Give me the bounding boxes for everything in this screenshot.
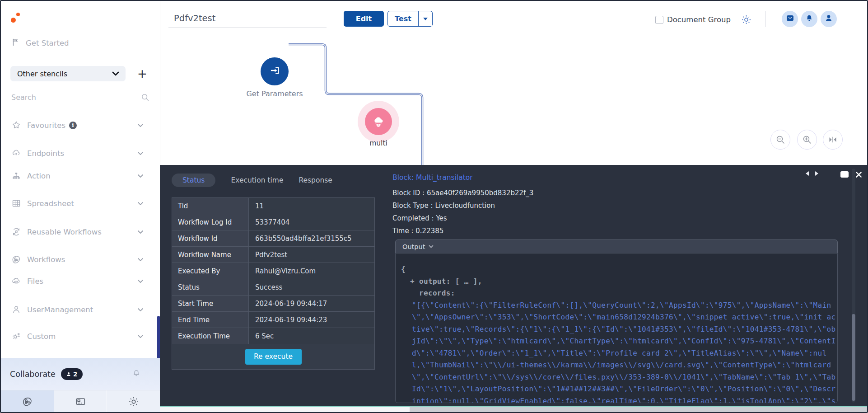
tab-cards[interactable] — [54, 390, 107, 413]
block-title: Block: Multi_transilator — [392, 174, 473, 182]
node-label: Get Parameters — [234, 89, 315, 98]
sidebar-item-usermanagement[interactable]: UserManagement — [11, 302, 150, 317]
json-string-line: jId\":\"\",\"Type\":\"htmlcard\",\"Chart… — [412, 335, 837, 347]
zoom-in-button[interactable] — [797, 130, 817, 150]
table-row: Executed ByRahul@Vizru.Com — [172, 263, 374, 279]
sidebar-item-reusable-workflows[interactable]: Reusable Workflows — [11, 225, 150, 239]
maximize-icon — [840, 171, 849, 178]
workflows-pick-icon — [11, 254, 21, 265]
checkered-flag-icon — [11, 38, 20, 48]
block-completed: Completed : Yes — [392, 212, 533, 225]
sidebar-item-label: Reusable Workflows — [27, 228, 102, 236]
live-cloud-icon — [370, 113, 387, 131]
chevron-down-icon — [137, 202, 144, 206]
tab-execution-time[interactable]: Execution time — [231, 176, 283, 184]
tab-workflows[interactable] — [1, 390, 54, 413]
row-label: Workflow Name — [172, 247, 249, 263]
panel-maximize-button[interactable] — [840, 171, 849, 178]
re-execute-button[interactable]: Re execute — [245, 349, 302, 365]
tab-settings[interactable] — [107, 390, 160, 413]
table-row: Tid11 — [172, 198, 374, 214]
row-value: Success — [249, 279, 374, 295]
output-dropdown[interactable]: Output — [395, 239, 838, 253]
json-string-line: \",\"AppsOwner\":\"353\",\"ShortCode\":\… — [412, 311, 837, 324]
magnifier-plus-icon — [802, 135, 812, 145]
block-id: Block ID : 65ae40f269a9950bd832b22f_3 — [392, 187, 533, 199]
chevron-down-icon — [137, 308, 144, 312]
horizontal-scrollbar — [160, 406, 868, 413]
collaborators-badge: 2 — [61, 368, 83, 380]
get-started-label: Get Started — [26, 39, 69, 47]
horizontal-scrollbar-thumb[interactable] — [160, 407, 410, 413]
sidebar-item-get-started[interactable]: Get Started — [11, 37, 69, 49]
tab-status[interactable]: Status — [172, 174, 215, 187]
node-multi[interactable] — [365, 108, 392, 135]
sidebar: Get Started Other stencils + Favouritesi… — [1, 1, 160, 413]
table-row: Workflow NamePdfv2test — [172, 247, 374, 263]
spreadsheet-grid-icon — [11, 198, 21, 209]
collaborators-count: 2 — [73, 371, 77, 378]
row-label: Execution Time — [172, 328, 249, 344]
sidebar-item-files[interactable]: Files — [11, 274, 150, 288]
chevron-down-icon — [137, 151, 144, 155]
json-line: records: — [401, 287, 837, 300]
table-row: StatusSuccess — [172, 279, 374, 296]
app-logo-icon[interactable] — [11, 12, 24, 24]
row-value: 663b550ad4bffa21ef3155c5 — [249, 230, 374, 246]
sidebar-item-endpoints[interactable]: Endpoints — [11, 146, 150, 160]
execution-panel: Status Execution time Response Tid11Work… — [160, 165, 868, 406]
sidebar-item-action[interactable]: Action — [11, 169, 150, 183]
row-value: Pdfv2test — [249, 247, 374, 263]
chevron-down-icon — [137, 174, 144, 178]
panel-next-button[interactable] — [815, 171, 819, 176]
row-value: Rahul@Vizru.Com — [249, 263, 374, 279]
stencil-select[interactable]: Other stencils — [10, 66, 126, 81]
workflows-pick-icon — [21, 396, 33, 409]
sidebar-item-custom[interactable]: Custom — [11, 329, 150, 343]
row-label: End Time — [172, 312, 249, 328]
json-string-line: tive\":true,\"Records\":{\"1\":{\"1_1\":… — [412, 324, 837, 336]
tab-response[interactable]: Response — [299, 176, 332, 184]
bell-icon[interactable] — [132, 369, 141, 380]
json-string-line: d\":\"4781\",\"Order\":\"1_1\",\"Title\"… — [412, 347, 837, 360]
user-icon — [11, 305, 21, 315]
output-label: Output — [402, 243, 425, 250]
collaborate-bar[interactable]: Collaborate 2 — [1, 358, 160, 390]
gear-icon — [128, 396, 139, 409]
table-row: Workflow Id663b550ad4bffa21ef3155c5 — [172, 230, 374, 247]
row-label: Executed By — [172, 263, 249, 279]
sidebar-item-favourites[interactable]: Favouritesi — [11, 118, 150, 132]
block-info: Block ID : 65ae40f269a9950bd832b22f_3 Bl… — [392, 187, 533, 237]
chevron-down-icon — [137, 258, 144, 262]
chevron-down-icon — [429, 245, 434, 248]
sidebar-item-workflows[interactable]: Workflows — [11, 252, 150, 267]
status-table: Tid11Workflow Log Id53377404Workflow Id6… — [172, 197, 375, 370]
sidebar-item-spreadsheet[interactable]: Spreadsheet — [11, 196, 150, 211]
sidebar-item-label: Workflows — [27, 255, 65, 264]
json-string-line: Id\":\"1\",\"LayoutPosition\":\"1##1##12… — [412, 383, 837, 395]
sidebar-item-label: UserManagement — [27, 305, 93, 314]
add-stencil-button[interactable]: + — [135, 67, 149, 80]
table-row: End Time2024-06-19 09:44:23 — [172, 312, 374, 328]
chevron-down-icon — [137, 334, 144, 338]
workflow-canvas[interactable]: Pdfv2test Edit Test Document Group Get P — [160, 1, 868, 165]
node-label: multi — [351, 139, 406, 147]
panel-prev-button[interactable] — [805, 171, 809, 176]
row-label: Start Time — [172, 296, 249, 311]
node-get-parameters[interactable] — [261, 57, 289, 85]
panel-scrollbar-thumb[interactable] — [852, 314, 855, 401]
row-label: Workflow Id — [172, 230, 249, 246]
info-icon: i — [69, 122, 77, 129]
collaborate-label: Collaborate — [10, 370, 56, 379]
sidebar-item-label: Endpoints — [27, 149, 64, 158]
person-icon — [66, 371, 71, 377]
sidebar-item-label: Favourites — [27, 121, 65, 130]
panel-close-button[interactable] — [855, 171, 862, 178]
json-string-line: l,\"ThumbNail\":\"\\/ui-themes\\/karma\\… — [412, 359, 837, 371]
zoom-out-button[interactable] — [770, 130, 790, 150]
row-value: 53377404 — [249, 214, 374, 230]
fit-to-screen-button[interactable] — [823, 130, 843, 150]
search-input[interactable] — [10, 89, 134, 105]
custom-gear-icon — [11, 331, 21, 342]
sidebar-bottom-toolbar — [1, 390, 160, 413]
